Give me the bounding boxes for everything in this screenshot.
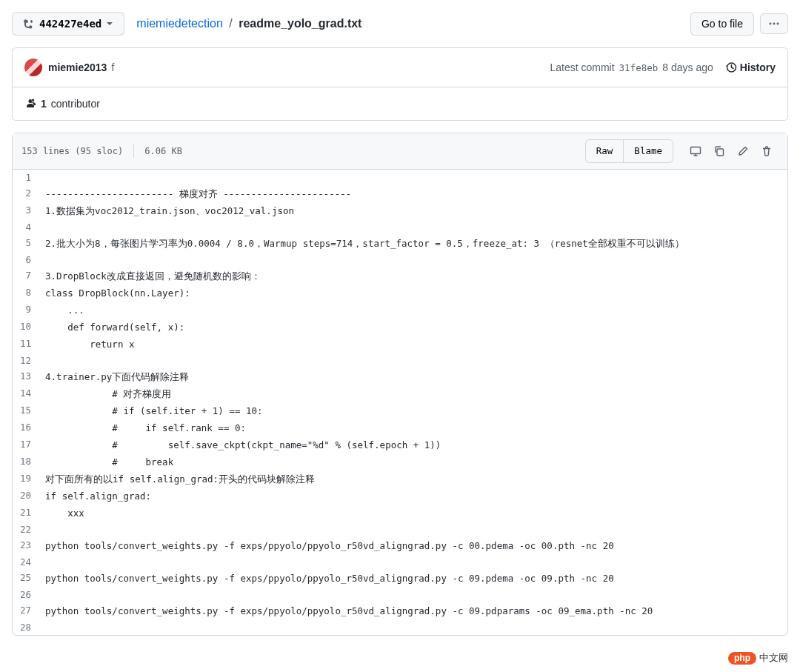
line-number[interactable]: 10 <box>13 319 44 336</box>
code-line: 4 <box>13 219 787 235</box>
go-to-file-button[interactable]: Go to file <box>690 12 754 36</box>
commit-age[interactable]: 8 days ago <box>662 61 713 73</box>
line-number[interactable]: 21 <box>13 505 44 522</box>
divider <box>133 144 134 158</box>
line-content: if self.align_grad: <box>44 488 787 505</box>
history-button[interactable]: History <box>725 61 776 73</box>
code-line: 10 def forward(self, x): <box>13 319 787 336</box>
line-number[interactable]: 26 <box>13 587 44 602</box>
desktop-icon <box>690 145 701 157</box>
lines-info: 153 lines (95 sloc) <box>21 146 123 156</box>
line-content: python tools/convert_weights.py -f exps/… <box>44 602 787 619</box>
svg-point-1 <box>773 23 776 25</box>
breadcrumb: miemiedetection / readme_yolo_grad.txt <box>136 17 684 30</box>
desktop-button[interactable] <box>684 141 707 162</box>
line-number[interactable]: 3 <box>13 202 44 219</box>
line-content <box>44 554 787 570</box>
line-number[interactable]: 14 <box>13 385 44 402</box>
line-number[interactable]: 24 <box>13 554 44 570</box>
svg-point-0 <box>770 23 772 25</box>
line-content: class DropBlock(nn.Layer): <box>44 285 787 302</box>
line-content: return x <box>44 336 787 353</box>
line-number[interactable]: 2 <box>13 185 44 202</box>
code-line: 31.数据集为voc2012_train.json、voc2012_val.js… <box>13 202 787 219</box>
code-header: 153 lines (95 sloc) 6.06 KB Raw Blame <box>13 133 787 170</box>
line-number[interactable]: 8 <box>13 285 44 302</box>
line-content: # 对齐梯度用 <box>44 385 787 402</box>
line-number[interactable]: 15 <box>13 402 44 419</box>
line-number[interactable]: 25 <box>13 570 44 587</box>
line-number[interactable]: 20 <box>13 488 44 505</box>
line-number[interactable]: 19 <box>13 470 44 488</box>
history-label: History <box>740 61 776 73</box>
copy-button[interactable] <box>707 141 731 162</box>
line-content <box>44 353 787 368</box>
line-content: # if self.rank == 0: <box>44 419 787 436</box>
code-line: 28 <box>13 619 787 635</box>
line-number[interactable]: 1 <box>13 170 44 185</box>
line-number[interactable]: 6 <box>13 252 44 267</box>
code-line: 16 # if self.rank == 0: <box>13 419 787 436</box>
line-content: ----------------------- 梯度对齐 -----------… <box>44 185 787 202</box>
caret-down-icon <box>106 20 113 27</box>
more-options-button[interactable] <box>760 13 788 34</box>
code-line: 27python tools/convert_weights.py -f exp… <box>13 602 787 619</box>
raw-button[interactable]: Raw <box>585 139 624 163</box>
commit-row: miemie2013 f Latest commit 31fe8eb 8 day… <box>13 48 787 87</box>
pencil-icon <box>737 145 749 157</box>
raw-blame-group: Raw Blame <box>585 139 673 163</box>
file-name: readme_yolo_grad.txt <box>239 17 361 30</box>
commit-message[interactable]: f <box>111 61 114 73</box>
blame-button[interactable]: Blame <box>623 139 673 163</box>
line-number[interactable]: 23 <box>13 537 44 554</box>
edit-button[interactable] <box>731 141 755 162</box>
branch-icon <box>23 18 35 30</box>
line-content <box>44 522 787 537</box>
line-number[interactable]: 18 <box>13 453 44 470</box>
line-number[interactable]: 17 <box>13 436 44 453</box>
line-content <box>44 219 787 235</box>
branch-select-button[interactable]: 442427e4ed <box>12 12 124 36</box>
line-number[interactable]: 11 <box>13 336 44 353</box>
line-content: # self.save_ckpt(ckpt_name="%d" % (self.… <box>44 436 787 453</box>
code-card: 153 lines (95 sloc) 6.06 KB Raw Blame 12… <box>12 133 788 636</box>
line-content <box>44 619 787 635</box>
code-line: 2----------------------- 梯度对齐 ----------… <box>13 185 787 202</box>
line-content: 2.批大小为8，每张图片学习率为0.0004 / 8.0，Warmup step… <box>44 235 787 252</box>
line-number[interactable]: 9 <box>13 302 44 319</box>
svg-rect-4 <box>691 147 701 154</box>
code-line: 26 <box>13 587 787 602</box>
line-content: python tools/convert_weights.py -f exps/… <box>44 537 787 554</box>
code-line: 25python tools/convert_weights.py -f exp… <box>13 570 787 587</box>
line-number[interactable]: 12 <box>13 353 44 368</box>
line-number[interactable]: 22 <box>13 522 44 537</box>
repo-link[interactable]: miemiedetection <box>136 17 223 30</box>
author-link[interactable]: miemie2013 <box>48 61 107 73</box>
line-content: 4.trainer.py下面代码解除注释 <box>44 368 787 385</box>
line-number[interactable]: 16 <box>13 419 44 436</box>
line-content: 对下面所有的以if self.align_grad:开头的代码块解除注释 <box>44 470 787 488</box>
code-line: 19对下面所有的以if self.align_grad:开头的代码块解除注释 <box>13 470 787 488</box>
code-line: 23python tools/convert_weights.py -f exp… <box>13 537 787 554</box>
code-line: 134.trainer.py下面代码解除注释 <box>13 368 787 385</box>
line-number[interactable]: 28 <box>13 619 44 635</box>
code-line: 20if self.align_grad: <box>13 488 787 505</box>
line-number[interactable]: 27 <box>13 602 44 619</box>
line-number[interactable]: 13 <box>13 368 44 385</box>
avatar[interactable] <box>24 59 42 76</box>
code-body: 12----------------------- 梯度对齐 ---------… <box>13 170 787 635</box>
code-line: 18 # break <box>13 453 787 470</box>
copy-icon <box>713 145 725 157</box>
branch-name: 442427e4ed <box>39 16 101 31</box>
delete-button[interactable] <box>755 141 779 162</box>
code-line: 24 <box>13 554 787 570</box>
line-number[interactable]: 5 <box>13 235 44 252</box>
line-number[interactable]: 7 <box>13 267 44 285</box>
code-line: 9 ... <box>13 302 787 319</box>
line-content: xxx <box>44 505 787 522</box>
code-line: 22 <box>13 522 787 537</box>
contributors-row[interactable]: 1 contributor <box>13 87 787 120</box>
commit-sha[interactable]: 31fe8eb <box>619 62 659 73</box>
line-number[interactable]: 4 <box>13 219 44 235</box>
line-content <box>44 170 787 185</box>
